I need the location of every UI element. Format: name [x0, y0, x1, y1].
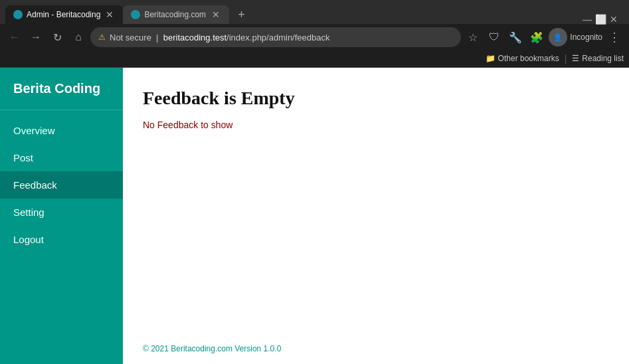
sidebar-item-logout[interactable]: Logout	[0, 226, 123, 253]
bookmarks-separator: |	[565, 53, 567, 64]
incognito-label: Incognito	[570, 33, 602, 42]
footer: © 2021 Beritacoding.com Version 1.0.0	[143, 344, 281, 353]
tab-favicon-2	[131, 10, 140, 19]
window-controls: — ⬜ ✕	[583, 15, 624, 24]
reading-list-icon: ☰	[572, 54, 579, 63]
extension-button-1[interactable]: 🛡	[485, 28, 503, 46]
page-heading: Feedback is Empty	[143, 88, 609, 109]
profile-icon: 👤	[553, 33, 563, 42]
bookmark-star-button[interactable]: ☆	[464, 28, 482, 46]
other-bookmarks-item[interactable]: 📁 Other bookmarks	[486, 54, 559, 63]
security-warning-icon: ⚠	[98, 33, 106, 42]
restore-button[interactable]: ⬜	[596, 15, 605, 24]
reading-list-item[interactable]: ☰ Reading list	[572, 54, 624, 63]
sidebar-brand: Berita Coding	[0, 81, 123, 110]
folder-icon: 📁	[486, 54, 495, 63]
sidebar: Berita Coding Overview Post Feedback Set…	[0, 68, 123, 364]
tab-favicon-1	[13, 10, 23, 19]
profile-button[interactable]: 👤	[549, 28, 567, 46]
address-bar[interactable]: ⚠ Not secure | beritacoding.test/index.p…	[90, 27, 461, 47]
browser-chrome: Admin - Beritacoding ✕ Beritacoding.com …	[0, 0, 629, 68]
main-content: Feedback is Empty No Feedback to show © …	[123, 68, 629, 364]
browser-menu-button[interactable]: ⋮	[605, 28, 624, 46]
extension-button-2[interactable]: 🔧	[506, 28, 525, 46]
address-text: Not secure | beritacoding.test/index.php…	[110, 33, 453, 43]
tab-close-1[interactable]: ✕	[104, 9, 115, 20]
extension-button-3[interactable]: 🧩	[527, 28, 546, 46]
sidebar-item-setting[interactable]: Setting	[0, 199, 123, 226]
tab-bar: Admin - Beritacoding ✕ Beritacoding.com …	[0, 0, 629, 24]
page-content: Berita Coding Overview Post Feedback Set…	[0, 68, 629, 364]
new-tab-button[interactable]: +	[232, 5, 250, 24]
sidebar-item-overview[interactable]: Overview	[0, 117, 123, 144]
sidebar-nav: Overview Post Feedback Setting Logout	[0, 117, 123, 253]
tab-close-2[interactable]: ✕	[211, 9, 221, 20]
tab-title-1: Admin - Beritacoding	[27, 10, 100, 19]
minimize-button[interactable]: —	[583, 15, 592, 24]
close-button[interactable]: ✕	[609, 15, 618, 24]
bookmarks-bar: 📁 Other bookmarks | ☰ Reading list	[0, 50, 629, 68]
forward-button[interactable]: →	[27, 28, 45, 46]
tab-beritacoding[interactable]: Beritacoding.com ✕	[123, 5, 229, 24]
home-button[interactable]: ⌂	[69, 28, 88, 46]
reload-button[interactable]: ↻	[48, 28, 66, 46]
empty-message: No Feedback to show	[143, 120, 609, 130]
sidebar-item-feedback[interactable]: Feedback	[0, 171, 123, 199]
tab-title-2: Beritacoding.com	[144, 10, 207, 19]
nav-bar: ← → ↻ ⌂ ⚠ Not secure | beritacoding.test…	[0, 24, 629, 50]
sidebar-item-post[interactable]: Post	[0, 144, 123, 171]
back-button[interactable]: ←	[5, 28, 24, 46]
tab-admin[interactable]: Admin - Beritacoding ✕	[5, 5, 123, 24]
